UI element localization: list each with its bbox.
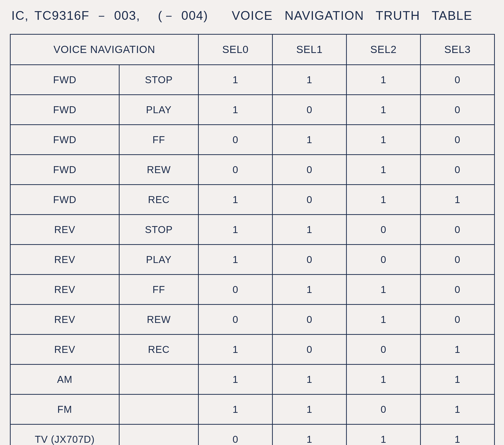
table-row: REV PLAY 1 0 0 0 bbox=[10, 245, 495, 275]
cell-sel2: 1 bbox=[347, 95, 421, 125]
cell-vn-a: FWD bbox=[10, 125, 119, 155]
cell-vn-b: FF bbox=[119, 125, 199, 155]
cell-sel1: 1 bbox=[273, 275, 347, 305]
cell-sel0: 1 bbox=[199, 365, 273, 394]
table-row: FWD FF 0 1 1 0 bbox=[10, 125, 495, 155]
cell-sel3: 0 bbox=[421, 125, 495, 155]
cell-sel0: 1 bbox=[199, 245, 273, 275]
cell-sel2: 1 bbox=[347, 365, 421, 394]
cell-vn-a: AM bbox=[10, 365, 119, 394]
cell-vn-b bbox=[119, 394, 199, 424]
cell-vn-a: REV bbox=[10, 335, 119, 365]
cell-vn-a: FM bbox=[10, 394, 119, 424]
cell-sel2: 1 bbox=[347, 185, 421, 215]
table-row: FWD REC 1 0 1 1 bbox=[10, 185, 495, 215]
cell-vn-b bbox=[119, 424, 199, 445]
cell-sel0: 1 bbox=[199, 335, 273, 365]
cell-vn-a: REV bbox=[10, 215, 119, 245]
cell-sel2: 1 bbox=[347, 275, 421, 305]
cell-vn-a: REV bbox=[10, 305, 119, 335]
header-voice-navigation: VOICE NAVIGATION bbox=[10, 34, 199, 65]
cell-sel1: 1 bbox=[273, 125, 347, 155]
cell-sel3: 1 bbox=[421, 424, 495, 445]
cell-sel3: 0 bbox=[421, 275, 495, 305]
cell-sel3: 0 bbox=[421, 245, 495, 275]
header-sel3: SEL3 bbox=[421, 34, 495, 65]
cell-vn-b bbox=[119, 365, 199, 394]
cell-vn-b: PLAY bbox=[119, 245, 199, 275]
cell-sel0: 0 bbox=[199, 424, 273, 445]
truth-table: VOICE NAVIGATION SEL0 SEL1 SEL2 SEL3 FWD… bbox=[10, 34, 495, 445]
cell-vn-a: FWD bbox=[10, 95, 119, 125]
cell-sel3: 1 bbox=[421, 185, 495, 215]
cell-vn-a: TV (JX707D) bbox=[10, 424, 119, 445]
cell-sel1: 1 bbox=[273, 65, 347, 95]
cell-sel0: 1 bbox=[199, 394, 273, 424]
table-row: AM 1 1 1 1 bbox=[10, 365, 495, 394]
cell-sel1: 0 bbox=[273, 335, 347, 365]
cell-sel3: 1 bbox=[421, 335, 495, 365]
cell-sel3: 1 bbox=[421, 394, 495, 424]
cell-sel3: 0 bbox=[421, 215, 495, 245]
cell-vn-a: FWD bbox=[10, 65, 119, 95]
cell-sel0: 0 bbox=[199, 155, 273, 185]
cell-sel1: 1 bbox=[273, 365, 347, 394]
cell-sel1: 0 bbox=[273, 155, 347, 185]
cell-vn-b: REC bbox=[119, 185, 199, 215]
table-row: REV REC 1 0 0 1 bbox=[10, 335, 495, 365]
cell-vn-b: PLAY bbox=[119, 95, 199, 125]
table-row: REV STOP 1 1 0 0 bbox=[10, 215, 495, 245]
cell-sel2: 0 bbox=[347, 394, 421, 424]
cell-vn-a: REV bbox=[10, 275, 119, 305]
cell-sel2: 0 bbox=[347, 215, 421, 245]
cell-sel1: 0 bbox=[273, 95, 347, 125]
cell-sel0: 1 bbox=[199, 65, 273, 95]
cell-sel0: 0 bbox=[199, 125, 273, 155]
cell-vn-b: STOP bbox=[119, 65, 199, 95]
table-row: TV (JX707D) 0 1 1 1 bbox=[10, 424, 495, 445]
cell-sel0: 0 bbox=[199, 275, 273, 305]
cell-sel1: 1 bbox=[273, 424, 347, 445]
table-row: REV REW 0 0 1 0 bbox=[10, 305, 495, 335]
cell-vn-a: FWD bbox=[10, 185, 119, 215]
cell-sel1: 1 bbox=[273, 215, 347, 245]
table-row: FWD PLAY 1 0 1 0 bbox=[10, 95, 495, 125]
cell-sel2: 1 bbox=[347, 65, 421, 95]
table-row: FWD STOP 1 1 1 0 bbox=[10, 65, 495, 95]
cell-sel3: 0 bbox=[421, 305, 495, 335]
table-row: FM 1 1 0 1 bbox=[10, 394, 495, 424]
cell-sel0: 1 bbox=[199, 215, 273, 245]
cell-sel1: 0 bbox=[273, 185, 347, 215]
cell-vn-b: REC bbox=[119, 335, 199, 365]
cell-sel3: 0 bbox=[421, 155, 495, 185]
cell-sel1: 1 bbox=[273, 394, 347, 424]
cell-sel2: 0 bbox=[347, 245, 421, 275]
cell-sel2: 1 bbox=[347, 305, 421, 335]
cell-sel1: 0 bbox=[273, 305, 347, 335]
cell-vn-b: REW bbox=[119, 305, 199, 335]
header-sel0: SEL0 bbox=[199, 34, 273, 65]
cell-sel1: 0 bbox=[273, 245, 347, 275]
cell-sel0: 0 bbox=[199, 305, 273, 335]
header-sel1: SEL1 bbox=[273, 34, 347, 65]
cell-vn-b: REW bbox=[119, 155, 199, 185]
cell-sel3: 0 bbox=[421, 95, 495, 125]
table-header-row: VOICE NAVIGATION SEL0 SEL1 SEL2 SEL3 bbox=[10, 34, 495, 65]
cell-vn-a: FWD bbox=[10, 155, 119, 185]
cell-sel3: 1 bbox=[421, 365, 495, 394]
cell-vn-a: REV bbox=[10, 245, 119, 275]
cell-sel2: 1 bbox=[347, 125, 421, 155]
table-row: FWD REW 0 0 1 0 bbox=[10, 155, 495, 185]
page-title: IC, TC9316F － 003, (－ 004) VOICE NAVIGAT… bbox=[11, 7, 494, 24]
cell-sel2: 0 bbox=[347, 335, 421, 365]
header-sel2: SEL2 bbox=[347, 34, 421, 65]
cell-vn-b: FF bbox=[119, 275, 199, 305]
cell-vn-b: STOP bbox=[119, 215, 199, 245]
cell-sel3: 0 bbox=[421, 65, 495, 95]
cell-sel0: 1 bbox=[199, 95, 273, 125]
cell-sel2: 1 bbox=[347, 155, 421, 185]
table-row: REV FF 0 1 1 0 bbox=[10, 275, 495, 305]
cell-sel2: 1 bbox=[347, 424, 421, 445]
cell-sel0: 1 bbox=[199, 185, 273, 215]
